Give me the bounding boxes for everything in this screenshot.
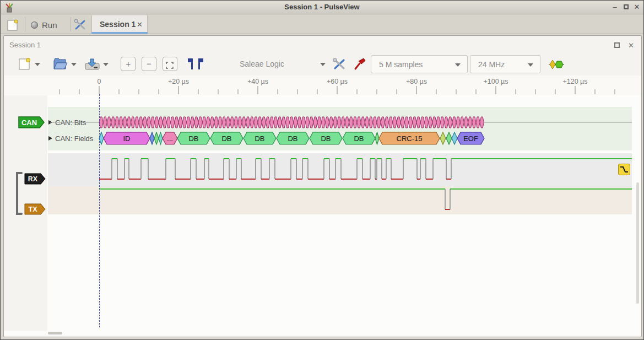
trigger-badge[interactable] <box>618 164 630 175</box>
bit-annotation <box>460 117 464 128</box>
subwindow-maximize-button[interactable] <box>612 41 621 50</box>
bit-annotation <box>191 117 194 128</box>
maximize-button[interactable] <box>621 2 631 12</box>
save-dropdown-arrow[interactable] <box>103 63 109 66</box>
new-view-button[interactable] <box>17 57 32 73</box>
decoder-tag-can[interactable]: CAN <box>18 116 45 128</box>
bit-annotation <box>202 117 206 128</box>
bit-annotation <box>242 117 246 128</box>
new-view-dropdown-arrow[interactable] <box>35 63 40 66</box>
close-button[interactable]: ✕ <box>632 2 642 12</box>
open-dropdown-arrow[interactable] <box>71 63 77 66</box>
bit-annotation <box>305 117 309 128</box>
bit-annotation <box>222 117 226 128</box>
add-decoder-button[interactable] <box>548 59 565 72</box>
field-annotation <box>99 132 104 144</box>
ruler-tick-label: +100 µs <box>483 78 508 85</box>
wrench-screwdriver-icon <box>74 19 87 31</box>
channels-button[interactable] <box>353 57 367 73</box>
settings-button[interactable] <box>74 19 87 33</box>
bit-annotation <box>250 117 254 128</box>
field-annotation-label: DB <box>221 134 231 143</box>
device-dropdown-arrow[interactable] <box>320 63 326 66</box>
vertical-scrollbar-handle[interactable] <box>636 182 639 304</box>
sample-rate-value: 24 MHz <box>478 60 505 69</box>
bit-annotation <box>274 117 278 128</box>
bit-annotation <box>444 117 448 128</box>
trace-group-bracket[interactable] <box>14 171 24 215</box>
bit-annotation <box>436 117 440 128</box>
bit-annotation <box>365 117 369 128</box>
bit-annotation <box>151 117 155 128</box>
bit-annotation <box>254 117 258 128</box>
bit-annotation <box>480 117 484 128</box>
bit-annotation <box>416 117 420 128</box>
bit-annotation <box>420 117 424 128</box>
trigger-cursor-line[interactable] <box>99 94 100 327</box>
can-bits-annotations <box>48 114 632 131</box>
trace-tag-rx[interactable]: RX <box>24 173 46 185</box>
tab-close-icon[interactable]: ✕ <box>137 20 143 29</box>
subwindow-close-button[interactable]: ✕ <box>626 41 636 50</box>
bit-annotation <box>404 117 408 128</box>
device-selector[interactable]: Saleae Logic <box>240 60 284 68</box>
field-annotation <box>446 132 452 144</box>
sample-rate-combobox[interactable]: 24 MHz <box>470 55 540 73</box>
bit-annotation <box>310 117 313 128</box>
sample-count-combobox[interactable]: 5 M samples <box>371 55 468 73</box>
bit-annotation <box>226 117 230 128</box>
trigger-flags-icon <box>188 57 203 71</box>
chevron-down-icon <box>455 63 461 67</box>
bit-annotation <box>127 117 131 128</box>
bit-annotation <box>270 117 274 128</box>
configure-device-button[interactable] <box>332 57 347 73</box>
field-annotation <box>375 132 379 144</box>
bit-annotation <box>155 117 159 128</box>
bit-annotation <box>424 117 428 128</box>
zoom-in-button[interactable]: ＋ <box>121 57 136 71</box>
ruler-tick-label: +40 µs <box>247 78 268 85</box>
open-folder-icon <box>52 57 68 71</box>
window-title: Session 1 - PulseView <box>1 3 643 11</box>
bit-annotation <box>294 117 297 128</box>
bit-annotation <box>107 117 111 128</box>
bit-annotation <box>317 117 321 128</box>
bit-annotation <box>278 117 282 128</box>
bit-annotation <box>369 117 373 128</box>
bit-annotation <box>401 117 404 128</box>
new-session-button[interactable] <box>5 18 20 32</box>
falling-edge-icon <box>619 164 630 175</box>
bit-annotation <box>163 117 166 128</box>
zoom-fit-button[interactable] <box>163 57 177 71</box>
trigger-marker-button[interactable] <box>188 57 203 73</box>
bit-annotation <box>329 117 333 128</box>
maximize-icon <box>614 42 620 48</box>
run-button[interactable]: Run <box>31 18 64 32</box>
ruler-tick-label: 0 <box>98 78 101 85</box>
ruler-tick-label: +80 µs <box>406 78 427 85</box>
bit-annotation <box>297 117 301 128</box>
field-annotation-label: DB <box>188 134 198 143</box>
session-title: Session 1 <box>9 41 41 49</box>
bit-annotation <box>452 117 456 128</box>
zoom-out-button[interactable]: − <box>142 57 156 71</box>
bit-annotation <box>206 117 210 128</box>
field-annotation <box>159 132 163 144</box>
bit-annotation <box>301 117 305 128</box>
open-button[interactable] <box>52 57 68 73</box>
field-annotation <box>150 132 154 144</box>
horizontal-scrollbar-handle[interactable] <box>48 332 62 334</box>
chevron-down-icon <box>528 63 533 67</box>
bit-annotation <box>218 117 222 128</box>
bit-annotation <box>373 117 377 128</box>
trace-tag-tx[interactable]: TX <box>24 203 46 215</box>
svg-text:RX: RX <box>28 175 38 183</box>
new-file-icon <box>6 19 20 33</box>
bit-annotation <box>262 117 266 128</box>
minimize-button[interactable]: – <box>610 2 620 12</box>
save-button[interactable] <box>84 57 100 73</box>
bit-annotation <box>385 117 388 128</box>
bit-annotation <box>397 117 401 128</box>
bit-annotation <box>432 117 436 128</box>
bit-annotation <box>246 117 250 128</box>
